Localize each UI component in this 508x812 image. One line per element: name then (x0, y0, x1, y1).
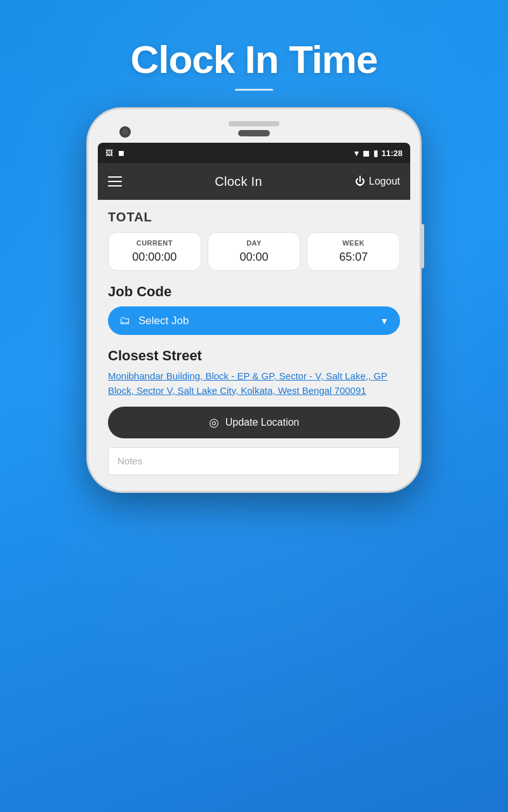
screen-content: TOTAL CURRENT 00:00:00 DAY 00:00 WEEK 65… (98, 200, 410, 475)
total-label: TOTAL (108, 210, 400, 225)
image-status-icon: 🖼 (105, 148, 113, 157)
power-icon: ⏻ (355, 176, 365, 187)
signal-icon: ◼ (363, 148, 370, 158)
location-icon: ◎ (209, 416, 219, 429)
phone-device: 🖼 ◼ ▾ ◼ ▮ 11:28 Clock In (89, 110, 419, 490)
page-title: Clock In Time (0, 38, 508, 81)
menu-line-3 (108, 185, 122, 187)
briefcase-icon: 🗂 (119, 314, 131, 327)
closest-street-label: Closest Street (108, 348, 400, 364)
phone-screen: 🖼 ◼ ▾ ◼ ▮ 11:28 Clock In (98, 143, 410, 475)
week-card-value: 65:07 (339, 251, 368, 264)
status-bar: 🖼 ◼ ▾ ◼ ▮ 11:28 (98, 143, 410, 163)
logout-label: Logout (369, 176, 400, 187)
update-location-button[interactable]: ◎ Update Location (108, 407, 400, 438)
phone-wrapper: 🖼 ◼ ▾ ◼ ▮ 11:28 Clock In (0, 110, 508, 490)
current-card-label: CURRENT (137, 239, 173, 247)
title-underline (235, 89, 273, 91)
job-code-label: Job Code (108, 284, 400, 300)
select-job-button[interactable]: 🗂 Select Job ▼ (108, 306, 400, 335)
app-bar: Clock In ⏻ Logout (98, 163, 410, 200)
select-job-text: Select Job (138, 315, 372, 327)
notification-status-icon: ◼ (118, 148, 124, 157)
current-time-card: CURRENT 00:00:00 (108, 232, 201, 271)
current-card-value: 00:00:00 (132, 251, 177, 264)
title-section: Clock In Time (0, 0, 508, 103)
phone-sensor (238, 130, 270, 136)
menu-line-1 (108, 176, 122, 178)
street-address[interactable]: Monibhandar Building, Block - EP & GP, S… (108, 369, 400, 398)
week-time-card: WEEK 65:07 (307, 232, 400, 271)
battery-icon: ▮ (373, 148, 378, 158)
update-location-text: Update Location (225, 417, 300, 428)
app-bar-title: Clock In (215, 174, 262, 189)
status-left-icons: 🖼 ◼ (105, 148, 124, 157)
status-time: 11:28 (382, 148, 403, 158)
notes-input[interactable]: Notes (108, 447, 400, 475)
day-time-card: DAY 00:00 (208, 232, 301, 271)
status-right-icons: ▾ ◼ ▮ 11:28 (354, 148, 403, 158)
dropdown-arrow-icon: ▼ (380, 316, 389, 326)
phone-speaker (229, 121, 279, 126)
day-card-value: 00:00 (239, 251, 268, 264)
phone-top-bar (98, 121, 410, 136)
wifi-icon: ▾ (354, 148, 359, 158)
phone-side-button (420, 224, 424, 268)
menu-line-2 (108, 181, 122, 182)
day-card-label: DAY (246, 239, 262, 247)
logout-button[interactable]: ⏻ Logout (355, 176, 400, 187)
week-card-label: WEEK (342, 239, 364, 247)
menu-button[interactable] (108, 176, 122, 187)
time-cards: CURRENT 00:00:00 DAY 00:00 WEEK 65:07 (108, 232, 400, 271)
